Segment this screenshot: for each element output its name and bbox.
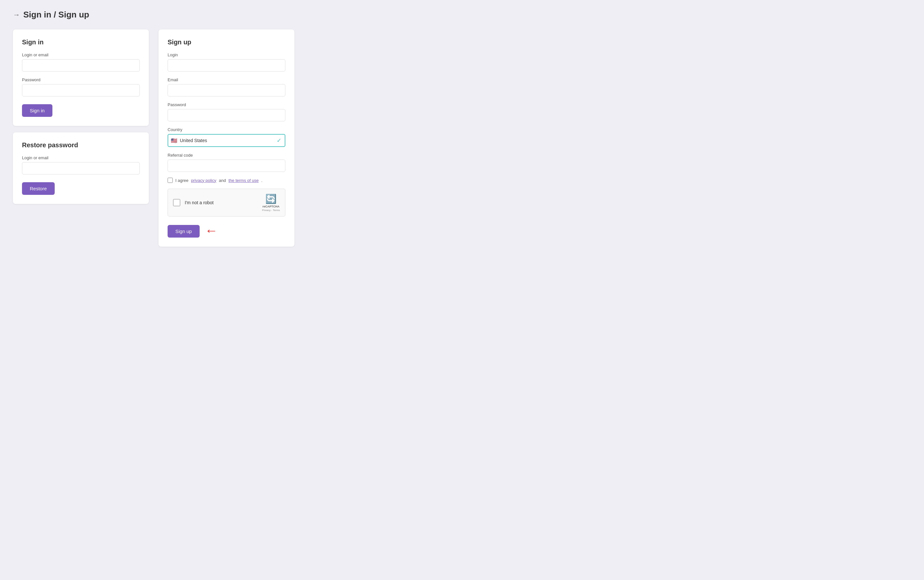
agree-checkbox[interactable] xyxy=(168,178,173,183)
terms-link[interactable]: the terms of use xyxy=(229,178,258,183)
signin-password-group: Password xyxy=(22,77,140,96)
signup-email-group: Email xyxy=(168,77,285,96)
signup-card: Sign up Login Email Password Country 🇺🇸 … xyxy=(158,30,294,247)
country-select[interactable]: United States United Kingdom Canada Aust… xyxy=(168,134,285,147)
left-column: Sign in Login or email Password Sign in … xyxy=(13,30,149,204)
signup-button[interactable]: Sign up xyxy=(168,225,200,237)
recaptcha-logo: 🔄 reCAPTCHA Privacy - Terms xyxy=(262,194,280,212)
and-text: and xyxy=(219,178,226,183)
signup-referral-group: Referral code xyxy=(168,153,285,172)
agree-text: I agree xyxy=(175,178,188,183)
signup-password-input[interactable] xyxy=(168,109,285,121)
signin-password-input[interactable] xyxy=(22,84,140,96)
page-header: → Sign in / Sign up xyxy=(13,10,911,20)
signin-card: Sign in Login or email Password Sign in xyxy=(13,30,149,126)
restore-card: Restore password Login or email Restore xyxy=(13,132,149,204)
signin-button[interactable]: Sign in xyxy=(22,104,53,117)
recaptcha-brand: reCAPTCHA xyxy=(262,205,280,208)
restore-title: Restore password xyxy=(22,142,140,149)
privacy-link[interactable]: privacy policy xyxy=(191,178,216,183)
signup-login-group: Login xyxy=(168,53,285,71)
restore-button[interactable]: Restore xyxy=(22,182,55,195)
recaptcha-label: I'm not a robot xyxy=(185,200,214,205)
signin-login-input[interactable] xyxy=(22,59,140,71)
recaptcha-left: I'm not a robot xyxy=(173,199,214,206)
signup-password-group: Password xyxy=(168,102,285,121)
signup-referral-label: Referral code xyxy=(168,153,285,158)
arrow-indicator: ← xyxy=(205,224,218,237)
signin-icon: → xyxy=(13,11,20,19)
right-column: Sign up Login Email Password Country 🇺🇸 … xyxy=(158,30,294,247)
signin-password-label: Password xyxy=(22,77,140,82)
signup-row: Sign up ← xyxy=(168,223,285,237)
signin-title: Sign in xyxy=(22,38,140,46)
period: . xyxy=(261,178,262,183)
recaptcha-box: I'm not a robot 🔄 reCAPTCHA Privacy - Te… xyxy=(168,189,285,216)
recaptcha-links: Privacy - Terms xyxy=(262,209,280,212)
main-content: Sign in Login or email Password Sign in … xyxy=(13,30,911,247)
signin-login-group: Login or email xyxy=(22,53,140,71)
signup-country-label: Country xyxy=(168,127,285,132)
recaptcha-icon: 🔄 xyxy=(265,194,276,204)
signup-login-input[interactable] xyxy=(168,59,285,71)
signup-referral-input[interactable] xyxy=(168,160,285,172)
signup-title: Sign up xyxy=(168,38,285,46)
red-arrow-icon: ← xyxy=(205,224,218,237)
signup-email-input[interactable] xyxy=(168,84,285,96)
agree-row: I agree privacy policy and the terms of … xyxy=(168,178,285,183)
page-title: Sign in / Sign up xyxy=(23,10,89,20)
restore-login-input[interactable] xyxy=(22,162,140,175)
signup-email-label: Email xyxy=(168,77,285,82)
signup-country-group: Country 🇺🇸 United States United Kingdom … xyxy=(168,127,285,147)
signin-login-label: Login or email xyxy=(22,53,140,57)
signup-login-label: Login xyxy=(168,53,285,57)
restore-login-group: Login or email xyxy=(22,155,140,175)
restore-login-label: Login or email xyxy=(22,155,140,160)
recaptcha-checkbox[interactable] xyxy=(173,199,180,206)
country-select-wrapper: 🇺🇸 United States United Kingdom Canada A… xyxy=(168,134,285,147)
signup-password-label: Password xyxy=(168,102,285,107)
